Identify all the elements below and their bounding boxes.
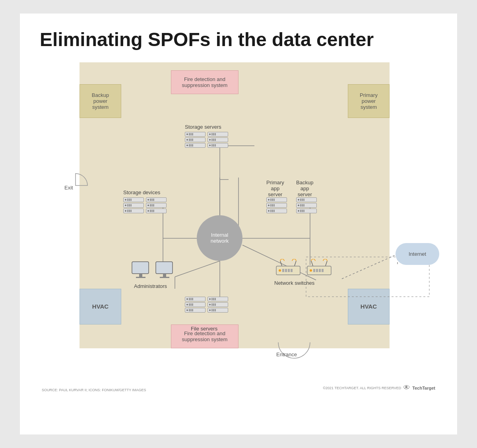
- monitor-2: [155, 261, 175, 284]
- svg-point-30: [279, 269, 281, 272]
- network-switch-1: [274, 259, 302, 280]
- storage-device-rack-2: [146, 197, 167, 213]
- fire-detection-top: Fire detection and suppression system: [171, 70, 238, 94]
- primary-app-server-rack: [266, 197, 287, 213]
- page: Eliminating SPOFs in the data center: [20, 14, 457, 434]
- network-switch-2: [305, 259, 333, 280]
- file-servers-label: File servers: [191, 326, 217, 332]
- primary-app-server-label: Primary app server: [266, 180, 284, 197]
- primary-power-system: Primary power system: [348, 84, 390, 118]
- hvac-right: HVAC: [348, 289, 390, 324]
- copyright-text: ©2021 TECHTARGET. ALL RIGHTS RESERVED: [323, 386, 401, 390]
- file-servers-group: [185, 297, 228, 313]
- network-switches-label: Network switches: [274, 280, 314, 286]
- tt-name: TechTarget: [412, 386, 435, 390]
- svg-rect-33: [288, 269, 290, 272]
- svg-rect-34: [291, 269, 293, 272]
- svg-rect-32: [285, 269, 287, 272]
- svg-text:Entrance: Entrance: [276, 351, 297, 357]
- svg-text:Exit: Exit: [64, 185, 73, 191]
- storage-devices-group: [123, 197, 167, 213]
- svg-rect-24: [156, 262, 173, 274]
- backup-app-server-label: Backup app server: [296, 180, 313, 197]
- internet-cloud: Internet: [396, 243, 439, 265]
- storage-server-rack-1: [185, 132, 206, 148]
- exit-area: Exit: [60, 170, 91, 201]
- page-title: Eliminating SPOFs in the data center: [40, 29, 437, 50]
- entrance-area: Entrance: [274, 338, 306, 370]
- hvac-left: HVAC: [80, 289, 121, 324]
- svg-rect-22: [139, 274, 142, 277]
- network-switches-group: [274, 259, 333, 280]
- svg-rect-41: [319, 269, 321, 272]
- diagram: Fire detection and suppression system Fi…: [40, 62, 437, 388]
- administrators-group: [131, 261, 175, 284]
- svg-rect-26: [160, 277, 169, 278]
- svg-point-38: [310, 269, 312, 272]
- internal-network: Internal network: [197, 215, 242, 261]
- svg-rect-42: [322, 269, 324, 272]
- storage-devices-label: Storage devices: [123, 189, 160, 195]
- administrators-label: Administrators: [134, 283, 167, 289]
- storage-servers-label: Storage servers: [185, 124, 221, 130]
- storage-device-rack-1: [123, 197, 144, 213]
- file-server-rack-2: [207, 297, 228, 313]
- backup-app-server-group: [296, 197, 317, 213]
- file-server-rack-1: [185, 297, 206, 313]
- tt-eye-icon: 👁: [403, 384, 410, 392]
- backup-app-server-rack: [296, 197, 317, 213]
- svg-rect-31: [282, 269, 284, 272]
- storage-servers-group: [185, 132, 228, 148]
- monitor-1: [131, 261, 151, 284]
- primary-app-server-group: [266, 197, 287, 213]
- svg-rect-23: [136, 277, 145, 278]
- svg-rect-25: [163, 274, 166, 277]
- backup-power-system: Backup power system: [80, 84, 121, 118]
- svg-rect-39: [313, 269, 315, 272]
- storage-server-rack-2: [207, 132, 228, 148]
- svg-rect-21: [132, 262, 149, 274]
- svg-rect-40: [316, 269, 318, 272]
